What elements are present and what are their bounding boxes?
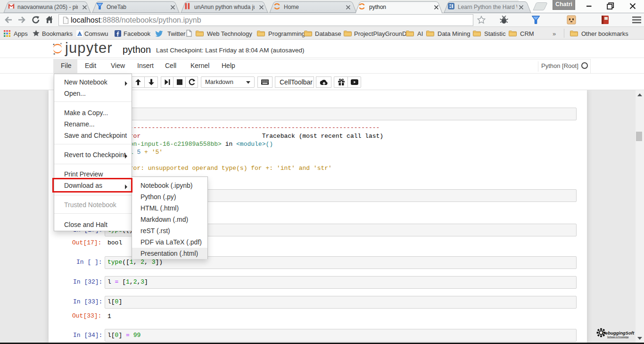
svg-text:DebuggingSoft: DebuggingSoft <box>602 330 635 336</box>
svg-text:Software & Knowledge: Software & Knowledge <box>607 336 629 338</box>
